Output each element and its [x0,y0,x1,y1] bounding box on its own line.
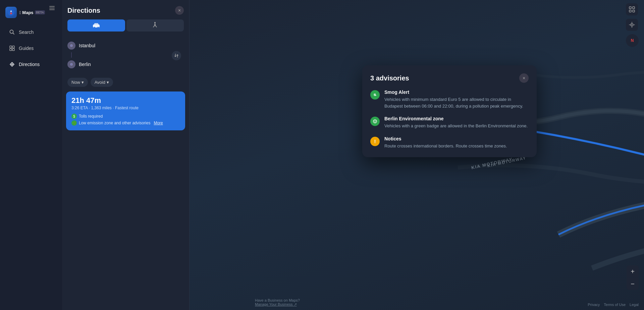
svg-rect-20 [633,10,635,12]
advisory-item-berlin-env: Berlin Environmental zone Vehicles with … [370,116,529,129]
directions-panel: Directions × [62,0,190,310]
emission-label: Low emission zone and other advisories [79,121,150,125]
location-button[interactable] [626,19,638,31]
options-row: Now ▾ Avoid ▾ [62,75,189,91]
sidebar:  Maps BETA Search [0,0,62,310]
destination-row [67,58,184,71]
panel-title: Directions [67,7,100,14]
map-area[interactable]: KIA MOTORWAY N + − [190,0,644,310]
svg-rect-10 [12,49,14,51]
avoid-option-button[interactable]: Avoid ▾ [91,78,113,87]
svg-point-1 [10,12,12,14]
svg-rect-7 [10,46,12,48]
svg-point-16 [70,63,73,66]
sidebar-item-directions[interactable]: Directions [2,56,60,72]
time-option-label: Now ▾ [71,80,84,85]
svg-rect-4 [49,9,55,10]
destination-input[interactable] [79,62,184,67]
route-distance: 1,363 miles [91,106,112,110]
compass-button[interactable]: N [626,34,639,47]
berlin-env-icon [370,117,380,126]
smog-alert-icon [370,90,380,100]
svg-rect-8 [12,46,14,48]
walk-tab[interactable] [126,19,184,32]
close-panel-button[interactable]: × [175,6,184,15]
time-option-button[interactable]: Now ▾ [67,78,88,87]
zoom-controls: + − [627,265,639,290]
route-tag: Fastest route [115,106,139,110]
manage-business-link[interactable]: Manage Your Business ↗ [255,302,297,306]
advisory-close-label: × [523,75,525,81]
svg-rect-19 [629,10,631,12]
map-grid-button[interactable] [626,3,638,15]
svg-rect-11 [93,24,100,27]
svg-rect-17 [629,7,631,9]
map-controls: N [626,3,639,47]
sidebar-item-label-directions: Directions [19,62,40,67]
svg-point-14 [154,22,156,23]
svg-rect-2 [49,6,55,7]
advisory-modal-title: 3 advisories [370,74,409,82]
svg-point-13 [97,27,99,28]
compass-n-label: N [631,39,634,43]
origin-dot [67,42,75,50]
panel-header: Directions × [62,0,189,19]
tolls-advisory: $ Tolls required [71,114,180,119]
berlin-env-text: Vehicles with a green badge are allowed … [384,123,529,129]
guides-icon [9,45,15,52]
emission-icon: 🌿 [71,120,77,126]
route-advisories: $ Tolls required 🌿 Low emission zone and… [71,114,180,126]
emission-advisory: 🌿 Low emission zone and other advisories… [71,120,180,126]
svg-line-6 [13,33,14,35]
svg-rect-9 [10,49,12,51]
beta-badge: BETA [35,10,45,14]
smog-alert-title: Smog Alert [384,89,529,95]
route-card[interactable]: 21h 47m 3:26 ETA · 1,363 miles · Fastest… [66,91,185,130]
more-advisories-link[interactable]: More [154,121,163,125]
origin-row [67,39,184,52]
destination-dot [67,60,75,68]
terms-link[interactable]: Terms of Use [604,303,626,307]
privacy-link[interactable]: Privacy [588,303,600,307]
svg-point-12 [94,27,95,28]
waypoint-connector [71,52,72,58]
svg-point-22 [632,24,633,25]
svg-rect-18 [633,7,635,9]
tolls-label: Tolls required [79,114,103,119]
svg-point-24 [375,122,376,123]
sidebar-item-guides[interactable]: Guides [2,40,60,56]
directions-icon [9,61,15,68]
svg-point-15 [70,44,73,47]
sidebar-item-search[interactable]: Search [2,24,60,40]
sidebar-nav: Search Guides Directions [0,24,62,72]
map-footer: Privacy Terms of Use Legal [588,303,639,307]
advisory-item-smog: Smog Alert Vehicles with minimum standar… [370,89,529,109]
route-duration: 21h 47m [71,96,180,105]
notices-text: Route crosses international borders. Rou… [384,143,529,149]
business-footer: Have a Business on Maps? Manage Your Bus… [255,298,300,307]
route-details: 3:26 ETA · 1,363 miles · Fastest route [71,106,180,110]
advisory-modal: 3 advisories × Smog Alert Vehicles with … [362,65,537,157]
toggle-sidebar-button[interactable] [49,5,55,13]
swap-waypoints-button[interactable] [172,51,181,60]
zoom-out-button[interactable]: − [627,278,639,290]
svg-rect-3 [49,8,55,8]
motorway-label: KIA MOTORWAY [471,157,513,170]
business-footer-line1: Have a Business on Maps? [255,298,300,302]
transport-tabs [62,19,189,36]
legal-link[interactable]: Legal [630,303,639,307]
sidebar-item-label-guides: Guides [19,46,34,51]
advisory-close-button[interactable]: × [519,73,529,83]
search-icon [9,29,15,36]
origin-input[interactable] [79,43,184,48]
advisory-modal-header: 3 advisories × [370,73,529,83]
berlin-env-title: Berlin Environmental zone [384,116,529,121]
waypoints [62,36,189,75]
drive-tab[interactable] [67,19,125,32]
smog-alert-text: Vehicles with minimum standard Euro 5 ar… [384,96,529,109]
sidebar-item-label-search: Search [19,29,34,35]
notices-icon-symbol: ! [374,138,376,144]
notices-title: Notices [384,136,529,141]
notices-icon: ! [370,137,380,146]
zoom-in-button[interactable]: + [627,265,639,277]
